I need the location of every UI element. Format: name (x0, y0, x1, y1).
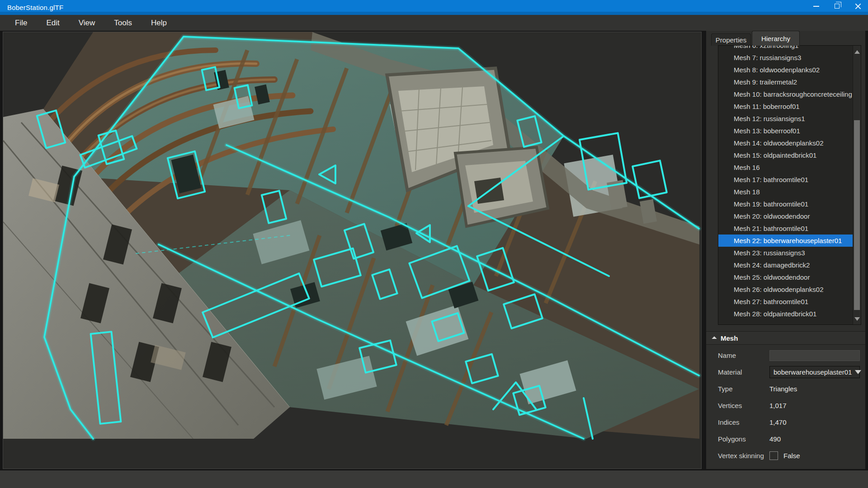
menu-item[interactable]: View (69, 15, 105, 31)
field-row-material: Material boberwarehouseplaster01 (706, 364, 865, 380)
mesh-section-title: Mesh (721, 334, 738, 342)
vertex-skinning-label: Vertex skinning (718, 452, 769, 460)
vertex-skinning-checkbox[interactable] (769, 451, 778, 460)
type-label: Type (718, 385, 769, 393)
polygons-value: 490 (769, 435, 781, 443)
menu-bar: FileEditViewToolsHelp (0, 15, 868, 31)
close-icon (855, 3, 861, 9)
tab-properties[interactable]: Properties (711, 33, 751, 46)
field-row-vertex-skinning: Vertex skinning False (706, 447, 865, 464)
hierarchy-item[interactable]: Mesh 28: oldpaintedbrick01 (718, 308, 853, 320)
minimize-icon (813, 6, 819, 7)
hierarchy-item[interactable]: Mesh 13: boberroof01 (718, 125, 853, 137)
material-value: boberwarehouseplaster01 (770, 368, 852, 376)
tab-hierarchy[interactable]: Hierarchy (752, 31, 800, 46)
hierarchy-item[interactable]: Mesh 18 (718, 186, 853, 198)
name-label: Name (718, 352, 769, 359)
menu-item[interactable]: Tools (104, 15, 142, 31)
hierarchy-item[interactable]: Mesh 9: trailermetal2 (718, 76, 853, 88)
hierarchy-item[interactable]: Mesh 20: oldwoodendoor (718, 210, 853, 222)
material-label: Material (718, 368, 769, 376)
scroll-down-icon[interactable] (854, 317, 860, 321)
hierarchy-item[interactable]: Mesh 7: russiansigns3 (718, 52, 853, 64)
material-dropdown[interactable]: boberwarehouseplaster01 (769, 366, 860, 378)
hierarchy-item[interactable]: Mesh 19: bathroomtile01 (718, 198, 853, 210)
hierarchy-item[interactable]: Mesh 23: russiansigns3 (718, 247, 853, 259)
restore-button[interactable] (826, 0, 847, 12)
viewport-3d-scene (3, 32, 701, 469)
hierarchy-item[interactable]: Mesh 8: oldwoodenplanks02 (718, 64, 853, 76)
collapse-icon (712, 336, 717, 341)
hierarchy-item[interactable]: Mesh 15: oldpaintedbrick01 (718, 149, 853, 161)
window-controls (806, 0, 868, 12)
scroll-up-icon[interactable] (854, 50, 860, 54)
hierarchy-rows: Mesh 6: x2tinroofing1Mesh 7: russiansign… (718, 46, 853, 320)
vertices-label: Vertices (718, 402, 769, 409)
menu-item[interactable]: File (5, 15, 37, 31)
hierarchy-item[interactable]: Mesh 14: oldwoodenplanks02 (718, 137, 853, 149)
menu-item[interactable]: Edit (37, 15, 69, 31)
field-row-type: Type Triangles (706, 380, 865, 397)
polygons-label: Polygons (718, 435, 769, 443)
hierarchy-item[interactable]: Mesh 27: bathroomtile01 (718, 296, 853, 308)
hierarchy-item[interactable]: Mesh 11: boberroof01 (718, 100, 853, 113)
hierarchy-item[interactable]: Mesh 16 (718, 161, 853, 174)
vertices-value: 1,017 (769, 402, 787, 409)
hierarchy-scrollbar[interactable] (853, 46, 861, 324)
hierarchy-item[interactable]: Mesh 6: x2tinroofing1 (718, 45, 853, 52)
close-button[interactable] (847, 0, 868, 12)
field-row-indices: Indices 1,470 (706, 414, 865, 431)
hierarchy-item[interactable]: Mesh 21: bathroomtile01 (718, 222, 853, 235)
window-title: BoberStation.glTF (0, 4, 63, 11)
right-panel: Properties Hierarchy Mesh 6: x2tinroofin… (706, 31, 865, 469)
type-value: Triangles (769, 385, 797, 393)
field-row-name: Name (706, 347, 865, 364)
hierarchy-item[interactable]: Mesh 12: russiansigns1 (718, 113, 853, 125)
hierarchy-item[interactable]: Mesh 10: barracksroughconcreteceiling (718, 88, 853, 100)
field-row-polygons: Polygons 490 (706, 431, 865, 447)
viewport-3d[interactable] (3, 32, 702, 469)
scrollbar-thumb[interactable] (854, 120, 860, 310)
restore-icon (835, 4, 840, 9)
minimize-button[interactable] (806, 0, 826, 12)
title-bar[interactable]: BoberStation.glTF (0, 0, 868, 15)
indices-label: Indices (718, 418, 769, 426)
hierarchy-item[interactable]: Mesh 26: oldwoodenplanks02 (718, 283, 853, 296)
hierarchy-list: Mesh 6: x2tinroofing1Mesh 7: russiansign… (718, 45, 861, 325)
status-bar (0, 470, 868, 488)
mesh-section-header[interactable]: Mesh (706, 331, 865, 345)
chevron-down-icon (855, 370, 861, 374)
mesh-fields: Name Material boberwarehouseplaster01 Ty… (706, 347, 865, 464)
field-row-vertices: Vertices 1,017 (706, 397, 865, 414)
vertex-skinning-value: False (783, 452, 800, 460)
indices-value: 1,470 (769, 418, 787, 426)
hierarchy-item[interactable]: Mesh 24: damagedbrick2 (718, 259, 853, 271)
hierarchy-item[interactable]: Mesh 22: boberwarehouseplaster01 (718, 235, 853, 247)
name-input[interactable] (769, 350, 860, 361)
panel-tabs: Properties Hierarchy (706, 31, 865, 46)
menu-item[interactable]: Help (142, 15, 176, 31)
hierarchy-item[interactable]: Mesh 17: bathroomtile01 (718, 174, 853, 186)
hierarchy-item[interactable]: Mesh 25: oldwoodendoor (718, 271, 853, 283)
